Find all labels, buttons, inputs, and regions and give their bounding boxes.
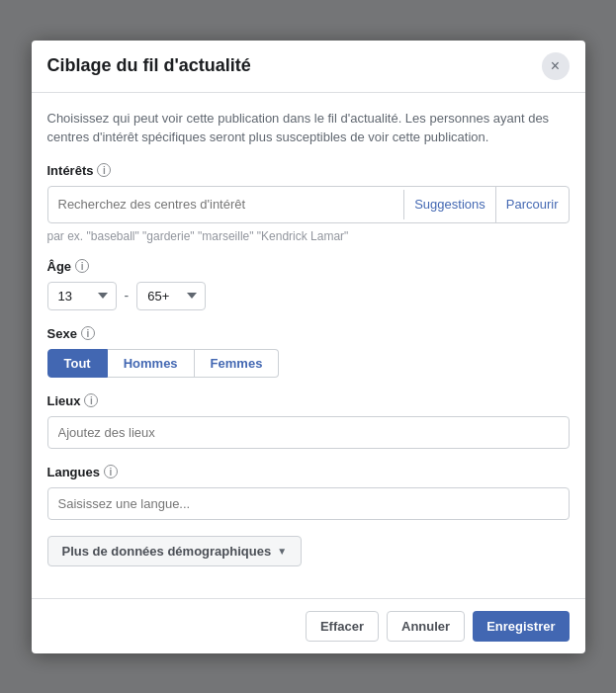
interests-label: Intérêts i bbox=[47, 163, 570, 178]
effacer-button[interactable]: Effacer bbox=[306, 611, 379, 642]
language-info-icon[interactable]: i bbox=[104, 465, 118, 478]
gender-group: Sexe i Tout Hommes Femmes bbox=[47, 326, 570, 378]
age-info-icon[interactable]: i bbox=[75, 259, 89, 273]
modal-dialog: Ciblage du fil d'actualité × Choisissez … bbox=[32, 41, 585, 653]
age-separator: - bbox=[125, 288, 130, 303]
more-demographics-label: Plus de données démographiques bbox=[62, 544, 272, 559]
language-group: Langues i bbox=[47, 465, 570, 520]
modal-header: Ciblage du fil d'actualité × bbox=[32, 41, 585, 93]
close-button[interactable]: × bbox=[542, 52, 570, 80]
gender-femmes-button[interactable]: Femmes bbox=[195, 349, 280, 378]
age-row: 13 14 15 18 21 25 30 35 40 45 50 55 60 6… bbox=[47, 282, 570, 310]
gender-info-icon[interactable]: i bbox=[81, 326, 95, 340]
location-info-icon[interactable]: i bbox=[84, 393, 98, 407]
interests-input[interactable] bbox=[48, 189, 404, 219]
interests-info-icon[interactable]: i bbox=[97, 163, 111, 177]
location-input[interactable] bbox=[47, 416, 570, 449]
enregistrer-button[interactable]: Enregistrer bbox=[473, 611, 569, 642]
gender-buttons: Tout Hommes Femmes bbox=[47, 349, 570, 378]
gender-tout-button[interactable]: Tout bbox=[47, 349, 108, 378]
age-label: Âge i bbox=[47, 259, 570, 274]
language-input[interactable] bbox=[47, 487, 570, 520]
location-label: Lieux i bbox=[47, 393, 570, 408]
modal-overlay: Ciblage du fil d'actualité × Choisissez … bbox=[0, 0, 616, 693]
more-demographics-button[interactable]: Plus de données démographiques ▼ bbox=[47, 536, 303, 566]
interests-input-wrapper: Suggestions Parcourir bbox=[47, 186, 570, 223]
location-group: Lieux i bbox=[47, 393, 570, 449]
modal-body: Choisissez qui peut voir cette publicati… bbox=[32, 93, 585, 598]
more-demographics-group: Plus de données démographiques ▼ bbox=[47, 536, 570, 566]
age-min-select[interactable]: 13 14 15 18 21 25 30 35 40 45 50 55 60 6… bbox=[47, 282, 117, 310]
annuler-button[interactable]: Annuler bbox=[387, 611, 465, 642]
age-group: Âge i 13 14 15 18 21 25 30 35 40 45 bbox=[47, 259, 570, 310]
modal-title: Ciblage du fil d'actualité bbox=[47, 55, 251, 76]
age-max-select[interactable]: 65+ 18 25 30 35 40 45 50 55 60 65 bbox=[136, 282, 206, 310]
interests-group: Intérêts i Suggestions Parcourir par ex.… bbox=[47, 163, 570, 243]
interests-hint: par ex. "baseball" "garderie" "marseille… bbox=[47, 229, 570, 243]
modal-footer: Effacer Annuler Enregistrer bbox=[32, 598, 585, 653]
more-demographics-chevron-icon: ▼ bbox=[277, 546, 287, 557]
browse-button[interactable]: Parcourir bbox=[495, 187, 569, 222]
gender-hommes-button[interactable]: Hommes bbox=[108, 349, 195, 378]
language-label: Langues i bbox=[47, 465, 570, 479]
suggestions-button[interactable]: Suggestions bbox=[404, 187, 495, 222]
description-text: Choisissez qui peut voir cette publicati… bbox=[47, 109, 570, 147]
gender-label: Sexe i bbox=[47, 326, 570, 341]
